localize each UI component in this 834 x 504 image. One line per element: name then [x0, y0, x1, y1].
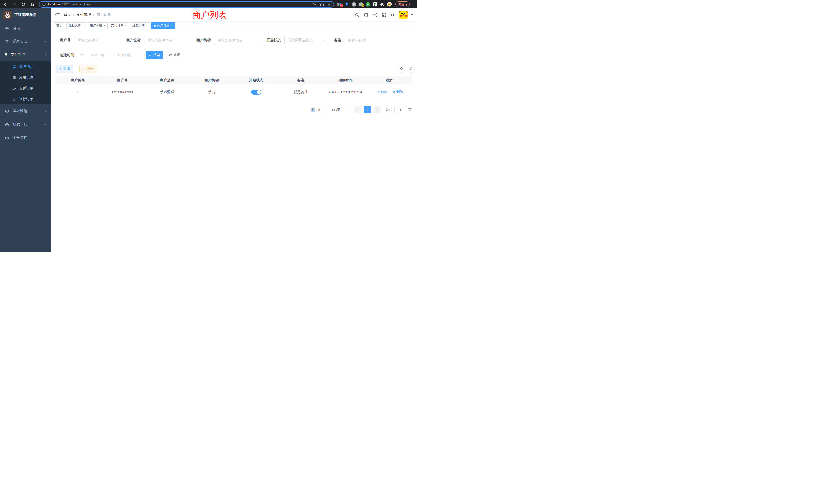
grid-icon — [12, 75, 16, 79]
sidebar-item-merchant-info[interactable]: 商户信息 — [0, 61, 51, 72]
browser-forward-icon[interactable] — [12, 2, 17, 7]
search-button[interactable]: 搜索 — [146, 51, 163, 59]
refresh-table-button[interactable] — [407, 65, 415, 73]
close-icon[interactable]: × — [171, 24, 173, 27]
browser-home-icon[interactable] — [30, 2, 35, 7]
remark-input[interactable] — [345, 36, 392, 44]
github-icon[interactable] — [364, 12, 369, 18]
start-date-placeholder[interactable]: 开始日期 — [86, 53, 108, 58]
add-button[interactable]: 新增 — [56, 65, 73, 73]
extension-flag-icon[interactable] — [373, 2, 377, 7]
breadcrumb-separator: / — [73, 13, 74, 17]
edit-icon — [377, 90, 380, 94]
sidebar-item-system[interactable]: 系统管理 — [0, 35, 51, 48]
monitor-icon — [5, 109, 9, 113]
search-icon — [149, 53, 152, 57]
help-icon[interactable]: ? — [373, 13, 377, 17]
reset-button[interactable]: 重置 — [166, 51, 183, 59]
end-date-placeholder[interactable]: 结束日期 — [113, 53, 136, 58]
tab-process-form[interactable]: 流程表单× — [66, 22, 86, 29]
extension-y-icon[interactable]: y — [366, 2, 370, 7]
tab-user-group[interactable]: 用户分组× — [88, 22, 108, 29]
prev-page-button[interactable] — [354, 106, 361, 113]
url-bar[interactable]: localhost:1024/pay/merchant ☆ — [39, 1, 334, 8]
merchant-no-input[interactable] — [74, 36, 120, 44]
fullscreen-icon[interactable] — [382, 13, 387, 17]
short-name-input[interactable] — [214, 36, 260, 44]
extensions-puzzle-icon[interactable] — [380, 2, 385, 7]
toggle-search-button[interactable] — [397, 65, 405, 73]
sidebar-item-infra[interactable]: 基础设施 — [0, 105, 51, 118]
calendar-icon — [80, 53, 84, 57]
sidebar-item-payment[interactable]: ¥ 支付管理 — [0, 48, 51, 61]
create-time-range-picker[interactable]: 开始日期 - 结束日期 — [78, 51, 138, 59]
tab-home[interactable]: 首页 — [54, 22, 65, 29]
col-merchant-id: 商户编号 — [56, 76, 101, 85]
close-icon[interactable]: × — [146, 24, 148, 27]
sidebar-item-label: 支付订单 — [19, 86, 34, 91]
next-page-button[interactable] — [373, 106, 380, 113]
tab-refund-order[interactable]: 退款订单× — [130, 22, 150, 29]
sidebar-item-label: 工作流程 — [13, 136, 27, 140]
chevron-left-icon — [356, 108, 359, 111]
document-icon — [12, 97, 16, 101]
app-logo-row[interactable]: 芋道管理系统 — [0, 8, 51, 21]
close-icon[interactable]: × — [125, 24, 127, 27]
extension-balloon-icon[interactable] — [344, 2, 349, 7]
cell-merchant-no: M233666999 — [101, 85, 145, 99]
url-text[interactable]: localhost:1024/pay/merchant — [48, 2, 91, 6]
tab-pay-order[interactable]: 支付订单× — [109, 22, 129, 29]
app-title: 芋道管理系统 — [14, 13, 36, 17]
tab-merchant-info[interactable]: 商户信息× — [152, 22, 175, 29]
browser-menu-icon[interactable] — [406, 3, 407, 6]
sidebar-item-label: 应用信息 — [19, 75, 34, 80]
browser-update-button[interactable]: 更新 — [395, 1, 410, 7]
font-size-icon[interactable]: TT — [391, 13, 395, 17]
col-actions: 操作 — [368, 76, 412, 85]
extension-badge: 10 — [340, 4, 343, 7]
edit-button[interactable]: 修改 — [377, 90, 388, 94]
delete-button[interactable]: 删除 — [392, 90, 403, 94]
gear-icon — [5, 39, 9, 44]
sidebar-collapse-icon[interactable] — [55, 12, 60, 18]
browser-profile-avatar[interactable] — [387, 2, 392, 7]
full-name-input[interactable] — [144, 36, 190, 44]
password-key-icon[interactable] — [312, 2, 316, 6]
chevron-down-icon — [44, 137, 47, 139]
sidebar-item-app-info[interactable]: 应用信息 — [0, 72, 51, 83]
bookmark-star-icon[interactable]: ☆ — [327, 2, 331, 6]
app-logo — [3, 11, 12, 19]
user-avatar[interactable] — [399, 10, 408, 19]
search-icon[interactable] — [355, 13, 359, 17]
sidebar-item-workflow[interactable]: 工作流程 — [0, 131, 51, 144]
goto-page-input[interactable] — [394, 106, 406, 113]
page-number-button[interactable]: 1 — [364, 106, 371, 113]
close-icon[interactable]: × — [82, 24, 84, 27]
extension-recorder-icon[interactable]: 1 — [358, 2, 363, 7]
chevron-up-icon — [44, 53, 47, 56]
sidebar-item-pay-order[interactable]: ¥ 支付订单 — [0, 83, 51, 94]
extension-command-icon[interactable]: ⌘ — [352, 2, 356, 7]
close-icon[interactable]: × — [104, 24, 105, 27]
avatar-caret-icon[interactable] — [411, 14, 413, 16]
table-header-row: 商户编号 商户号 商户全称 商户简称 开启状态 备注 创建时间 操作 — [56, 76, 412, 85]
site-info-icon[interactable] — [42, 2, 46, 6]
export-button[interactable]: 导出 — [79, 65, 97, 73]
date-separator: - — [110, 53, 111, 57]
browser-reload-icon[interactable] — [21, 2, 26, 7]
status-toggle[interactable] — [251, 90, 261, 95]
breadcrumb-home[interactable]: 首页 — [64, 13, 71, 17]
cell-remark: 我是备注 — [279, 85, 323, 99]
browser-back-icon[interactable] — [3, 2, 8, 7]
page-size-select[interactable]: 10条/页 — [325, 106, 350, 113]
short-name-label: 商户简称 — [196, 38, 211, 43]
extension-devtools-icon[interactable]: 10 — [337, 2, 342, 7]
sidebar-item-home[interactable]: 首页 — [0, 21, 51, 35]
col-status: 开启状态 — [234, 76, 279, 85]
share-icon[interactable] — [320, 2, 324, 6]
status-select[interactable]: 请选择开启状态 — [284, 36, 328, 44]
chevron-down-icon — [343, 108, 346, 111]
sidebar-item-dev-tools[interactable]: 研发工具 — [0, 118, 51, 131]
sidebar-item-refund-order[interactable]: 退款订单 — [0, 94, 51, 105]
breadcrumb-payment[interactable]: 支付管理 — [76, 13, 91, 17]
